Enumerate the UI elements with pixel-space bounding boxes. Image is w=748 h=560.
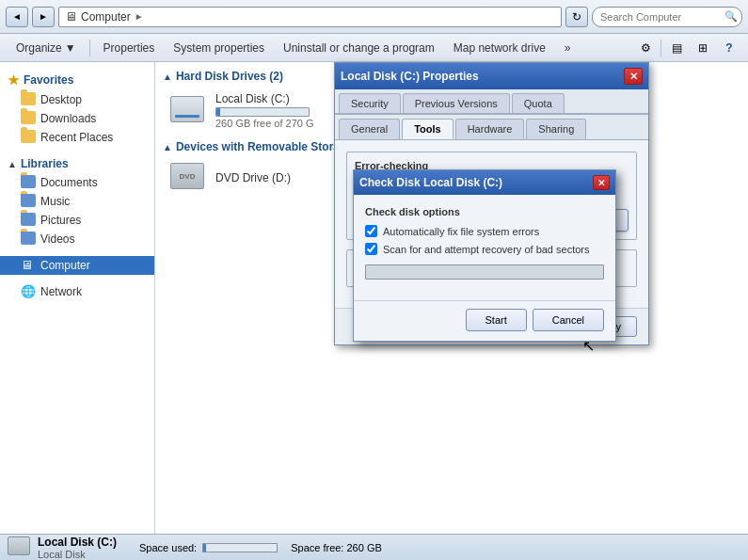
toolbar: Organize ▼ Properties System properties … xyxy=(0,34,748,62)
system-properties-button[interactable]: System properties xyxy=(165,37,273,59)
local-disk-progress-bar xyxy=(215,107,310,117)
recent-places-icon xyxy=(21,130,36,145)
sidebar-item-computer[interactable]: 🖥 Computer xyxy=(0,256,154,275)
address-path[interactable]: 🖥 Computer ► xyxy=(58,7,562,27)
sidebar-item-documents[interactable]: Documents xyxy=(0,173,154,192)
sidebar-item-pictures[interactable]: Pictures xyxy=(0,211,154,230)
check-option-2-checkbox[interactable] xyxy=(365,243,377,255)
desktop-icon xyxy=(21,92,36,107)
tab-security[interactable]: Security xyxy=(339,93,401,113)
pane-button[interactable]: ▤ xyxy=(665,38,688,58)
window-chrome: ◄ ► 🖥 Computer ► ↻ 🔍 Organize ▼ Properti… xyxy=(0,0,748,560)
libraries-section: ▲ Libraries Documents Music xyxy=(0,154,154,248)
status-bar: Local Disk (C:) Local Disk Space used: S… xyxy=(0,534,748,560)
path-arrow: ► xyxy=(135,11,144,22)
check-option-1-checkbox[interactable] xyxy=(365,225,377,237)
sidebar-item-desktop[interactable]: Desktop xyxy=(0,90,154,109)
properties-button[interactable]: Properties xyxy=(95,37,164,59)
refresh-button[interactable]: ↻ xyxy=(565,7,588,27)
documents-icon xyxy=(21,175,36,190)
search-wrapper: 🔍 xyxy=(592,7,742,27)
sidebar-item-network[interactable]: 🌐 Network xyxy=(0,282,154,301)
toolbar-sep2 xyxy=(660,40,661,56)
local-disk-info: Local Disk (C:) 260 GB free of 270 G xyxy=(215,92,314,129)
toolbar-separator xyxy=(89,40,90,56)
computer-section: 🖥 Computer xyxy=(0,256,154,275)
check-option-1: Automatically fix file system errors xyxy=(365,225,604,237)
back-button[interactable]: ◄ xyxy=(6,7,28,27)
status-space-used: Space used: Space free: 260 GB xyxy=(139,542,382,553)
sidebar-item-recent-places[interactable]: Recent Places xyxy=(0,128,154,147)
sidebar-item-videos[interactable]: Videos xyxy=(0,230,154,248)
tab-sharing[interactable]: Sharing xyxy=(526,119,586,139)
removable-arrow-icon: ▲ xyxy=(163,142,172,152)
sidebar-item-music[interactable]: Music xyxy=(0,192,154,211)
properties-tabs: Security Previous Versions Quota xyxy=(335,89,648,114)
status-drive-icon xyxy=(8,536,30,559)
music-icon xyxy=(21,194,36,209)
uninstall-button[interactable]: Uninstall or change a program xyxy=(275,37,443,59)
help-button[interactable]: ? xyxy=(718,38,740,58)
properties-title: Local Disk (C:) Properties xyxy=(341,70,479,83)
map-network-button[interactable]: Map network drive xyxy=(445,37,554,59)
tab-tools[interactable]: Tools xyxy=(402,119,454,139)
sidebar: ★ Favorites Desktop Downloads xyxy=(0,62,155,534)
pictures-icon xyxy=(21,213,36,228)
check-progress-bar xyxy=(365,264,604,280)
more-button[interactable]: » xyxy=(556,37,580,59)
check-disk-body: Check disk options Automatically fix fil… xyxy=(354,195,615,300)
properties-titlebar: Local Disk (C:) Properties ✕ xyxy=(335,63,648,89)
favorites-star-icon: ★ xyxy=(8,72,20,88)
check-option-2: Scan for and attempt recovery of bad sec… xyxy=(365,243,604,255)
check-progress xyxy=(365,264,604,280)
network-section: 🌐 Network xyxy=(0,282,154,301)
toolbar-right: ⚙ ▤ ⊞ ? xyxy=(634,38,740,58)
status-drive-name: Local Disk (C:) xyxy=(38,536,117,549)
tab-hardware[interactable]: Hardware xyxy=(455,119,525,139)
properties-tabs-2: General Tools Hardware Sharing xyxy=(335,114,648,140)
check-disk-footer: Start Cancel xyxy=(354,300,615,341)
view-options-button[interactable]: ⚙ xyxy=(634,38,657,58)
check-start-button[interactable]: Start xyxy=(466,309,527,331)
sidebar-item-downloads[interactable]: Downloads xyxy=(0,109,154,128)
check-option-1-label: Automatically fix file system errors xyxy=(383,226,539,237)
status-drive-type: Local Disk xyxy=(38,549,117,560)
check-disk-dialog: Check Disk Local Disk (C:) ✕ Check disk … xyxy=(353,169,616,342)
favorites-section: ★ Favorites Desktop Downloads xyxy=(0,70,154,147)
dvd-drive-info: DVD Drive (D:) xyxy=(215,171,291,184)
videos-icon xyxy=(21,232,36,247)
libraries-arrow-icon: ▲ xyxy=(8,159,17,169)
status-info: Local Disk (C:) Local Disk xyxy=(38,536,117,560)
local-disk-icon xyxy=(170,96,208,126)
local-disk-progress-fill xyxy=(216,108,220,116)
properties-close-button[interactable]: ✕ xyxy=(624,68,643,85)
dvd-drive-icon: DVD xyxy=(170,163,208,193)
tab-quota[interactable]: Quota xyxy=(512,93,565,113)
organize-button[interactable]: Organize ▼ xyxy=(8,37,85,59)
view-button[interactable]: ⊞ xyxy=(692,38,714,58)
tab-general[interactable]: General xyxy=(339,119,400,139)
status-progress-bar xyxy=(202,543,278,552)
network-icon: 🌐 xyxy=(21,284,36,299)
libraries-header[interactable]: ▲ Libraries xyxy=(0,154,154,173)
hdd-arrow-icon: ▲ xyxy=(163,72,172,82)
check-disk-title: Check Disk Local Disk (C:) xyxy=(359,176,502,189)
tab-previous-versions[interactable]: Previous Versions xyxy=(403,93,510,113)
favorites-header[interactable]: ★ Favorites xyxy=(0,70,154,90)
search-icon[interactable]: 🔍 xyxy=(724,9,739,24)
check-option-2-label: Scan for and attempt recovery of bad sec… xyxy=(383,244,590,255)
check-disk-titlebar: Check Disk Local Disk (C:) ✕ xyxy=(354,170,615,195)
forward-button[interactable]: ► xyxy=(32,7,55,27)
computer-icon: 🖥 xyxy=(21,258,36,273)
check-disk-close-button[interactable]: ✕ xyxy=(593,175,610,190)
status-progress-fill xyxy=(203,544,206,552)
check-options-label: Check disk options xyxy=(365,206,604,217)
check-cancel-button[interactable]: Cancel xyxy=(533,309,604,331)
search-input[interactable] xyxy=(592,7,742,27)
address-bar: ◄ ► 🖥 Computer ► ↻ 🔍 xyxy=(0,0,748,34)
downloads-icon xyxy=(21,111,36,126)
